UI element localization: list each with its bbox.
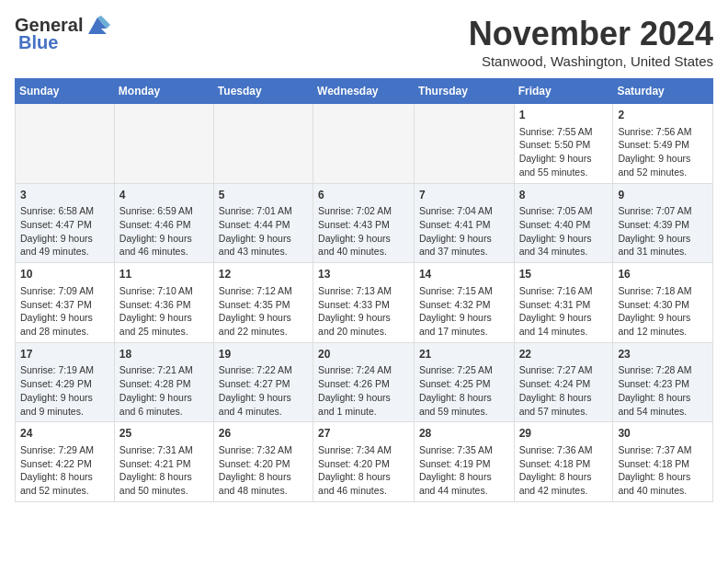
day-number: 27 (318, 426, 409, 442)
day-number: 17 (20, 347, 109, 362)
daylight: Daylight: 9 hours and 6 minutes. (119, 392, 192, 417)
daylight: Daylight: 8 hours and 48 minutes. (219, 471, 291, 496)
sunrise: Sunrise: 7:02 AM (318, 205, 392, 216)
sunset: Sunset: 4:46 PM (119, 219, 191, 230)
daylight: Daylight: 9 hours and 55 minutes. (519, 153, 592, 178)
day-number: 22 (519, 347, 609, 362)
daylight: Daylight: 8 hours and 44 minutes. (419, 471, 492, 496)
calendar-cell: 21Sunrise: 7:25 AMSunset: 4:25 PMDayligh… (414, 342, 514, 422)
calendar-cell: 25Sunrise: 7:31 AMSunset: 4:21 PMDayligh… (114, 422, 213, 502)
sunset: Sunset: 4:44 PM (219, 219, 290, 230)
sunrise: Sunrise: 7:05 AM (519, 205, 593, 216)
sunset: Sunset: 4:41 PM (419, 219, 491, 230)
calendar-cell: 7Sunrise: 7:04 AMSunset: 4:41 PMDaylight… (414, 183, 514, 263)
calendar-cell: 27Sunrise: 7:34 AMSunset: 4:20 PMDayligh… (313, 422, 415, 502)
calendar-cell: 22Sunrise: 7:27 AMSunset: 4:24 PMDayligh… (514, 342, 613, 422)
calendar-cell: 14Sunrise: 7:15 AMSunset: 4:32 PMDayligh… (414, 263, 514, 343)
daylight: Daylight: 9 hours and 40 minutes. (318, 233, 391, 258)
calendar-cell: 12Sunrise: 7:12 AMSunset: 4:35 PMDayligh… (213, 263, 313, 343)
calendar-cell: 20Sunrise: 7:24 AMSunset: 4:26 PMDayligh… (313, 342, 415, 422)
calendar-cell: 3Sunrise: 6:58 AMSunset: 4:47 PMDaylight… (16, 183, 115, 263)
daylight: Daylight: 8 hours and 46 minutes. (318, 471, 391, 496)
sunset: Sunset: 4:31 PM (519, 299, 591, 310)
daylight: Daylight: 8 hours and 52 minutes. (20, 471, 93, 496)
sunset: Sunset: 4:27 PM (219, 378, 290, 389)
column-header-saturday: Saturday (613, 79, 713, 104)
day-number: 1 (519, 108, 609, 123)
column-header-sunday: Sunday (16, 79, 115, 104)
daylight: Daylight: 9 hours and 34 minutes. (519, 233, 592, 258)
sunset: Sunset: 5:49 PM (618, 139, 689, 150)
sunset: Sunset: 4:30 PM (618, 299, 689, 310)
sunset: Sunset: 4:18 PM (618, 458, 689, 469)
sunrise: Sunrise: 6:59 AM (119, 205, 193, 216)
day-number: 2 (618, 108, 708, 123)
daylight: Daylight: 8 hours and 57 minutes. (519, 392, 592, 417)
day-number: 19 (219, 347, 308, 362)
day-number: 8 (519, 188, 609, 203)
sunset: Sunset: 4:47 PM (20, 219, 92, 230)
daylight: Daylight: 9 hours and 52 minutes. (618, 153, 690, 178)
day-number: 9 (618, 188, 708, 203)
sunset: Sunset: 4:26 PM (318, 378, 390, 389)
day-number: 7 (419, 188, 509, 203)
calendar-cell: 4Sunrise: 6:59 AMSunset: 4:46 PMDaylight… (114, 183, 213, 263)
month-title: November 2024 (469, 15, 713, 53)
sunset: Sunset: 4:21 PM (119, 458, 191, 469)
sunset: Sunset: 4:23 PM (618, 378, 689, 389)
day-number: 21 (419, 347, 509, 362)
week-row-3: 10Sunrise: 7:09 AMSunset: 4:37 PMDayligh… (16, 263, 713, 343)
sunrise: Sunrise: 7:13 AM (318, 285, 392, 296)
daylight: Daylight: 9 hours and 25 minutes. (119, 312, 192, 337)
sunrise: Sunrise: 7:36 AM (519, 444, 593, 455)
sunrise: Sunrise: 7:16 AM (519, 285, 593, 296)
sunset: Sunset: 4:35 PM (219, 299, 290, 310)
day-number: 20 (318, 347, 409, 362)
calendar-cell: 23Sunrise: 7:28 AMSunset: 4:23 PMDayligh… (613, 342, 713, 422)
calendar-cell (114, 104, 213, 184)
calendar: SundayMondayTuesdayWednesdayThursdayFrid… (15, 78, 713, 502)
daylight: Daylight: 9 hours and 1 minute. (318, 392, 391, 417)
logo-blue: Blue (18, 32, 58, 53)
daylight: Daylight: 8 hours and 50 minutes. (119, 471, 192, 496)
calendar-body: 1Sunrise: 7:55 AMSunset: 5:50 PMDaylight… (16, 104, 713, 502)
column-header-tuesday: Tuesday (213, 79, 313, 104)
daylight: Daylight: 9 hours and 14 minutes. (519, 312, 592, 337)
sunrise: Sunrise: 7:28 AM (618, 364, 691, 375)
calendar-cell: 16Sunrise: 7:18 AMSunset: 4:30 PMDayligh… (613, 263, 713, 343)
daylight: Daylight: 9 hours and 4 minutes. (219, 392, 291, 417)
sunrise: Sunrise: 7:19 AM (20, 364, 94, 375)
daylight: Daylight: 9 hours and 9 minutes. (20, 392, 93, 417)
column-header-wednesday: Wednesday (313, 79, 415, 104)
calendar-cell: 28Sunrise: 7:35 AMSunset: 4:19 PMDayligh… (414, 422, 514, 502)
daylight: Daylight: 9 hours and 22 minutes. (219, 312, 291, 337)
day-number: 30 (618, 426, 708, 442)
sunrise: Sunrise: 7:18 AM (618, 285, 691, 296)
sunrise: Sunrise: 7:10 AM (119, 285, 193, 296)
daylight: Daylight: 9 hours and 43 minutes. (219, 233, 291, 258)
calendar-cell: 19Sunrise: 7:22 AMSunset: 4:27 PMDayligh… (213, 342, 313, 422)
sunrise: Sunrise: 7:27 AM (519, 364, 593, 375)
day-number: 6 (318, 188, 409, 203)
sunset: Sunset: 4:20 PM (219, 458, 290, 469)
day-number: 10 (20, 267, 109, 282)
day-number: 23 (618, 347, 708, 362)
day-number: 13 (318, 267, 409, 282)
column-header-monday: Monday (114, 79, 213, 104)
daylight: Daylight: 8 hours and 59 minutes. (419, 392, 492, 417)
sunset: Sunset: 4:36 PM (119, 299, 191, 310)
logo-icon (85, 16, 110, 36)
day-number: 15 (519, 267, 609, 282)
day-number: 14 (419, 267, 509, 282)
day-number: 26 (219, 426, 308, 442)
calendar-header: SundayMondayTuesdayWednesdayThursdayFrid… (16, 79, 713, 104)
calendar-cell: 11Sunrise: 7:10 AMSunset: 4:36 PMDayligh… (114, 263, 213, 343)
sunrise: Sunrise: 7:24 AM (318, 364, 392, 375)
week-row-5: 24Sunrise: 7:29 AMSunset: 4:22 PMDayligh… (16, 422, 713, 502)
day-number: 3 (20, 188, 109, 203)
daylight: Daylight: 9 hours and 31 minutes. (618, 233, 690, 258)
daylight: Daylight: 9 hours and 12 minutes. (618, 312, 690, 337)
sunrise: Sunrise: 7:21 AM (119, 364, 193, 375)
daylight: Daylight: 9 hours and 46 minutes. (119, 233, 192, 258)
sunrise: Sunrise: 7:07 AM (618, 205, 691, 216)
